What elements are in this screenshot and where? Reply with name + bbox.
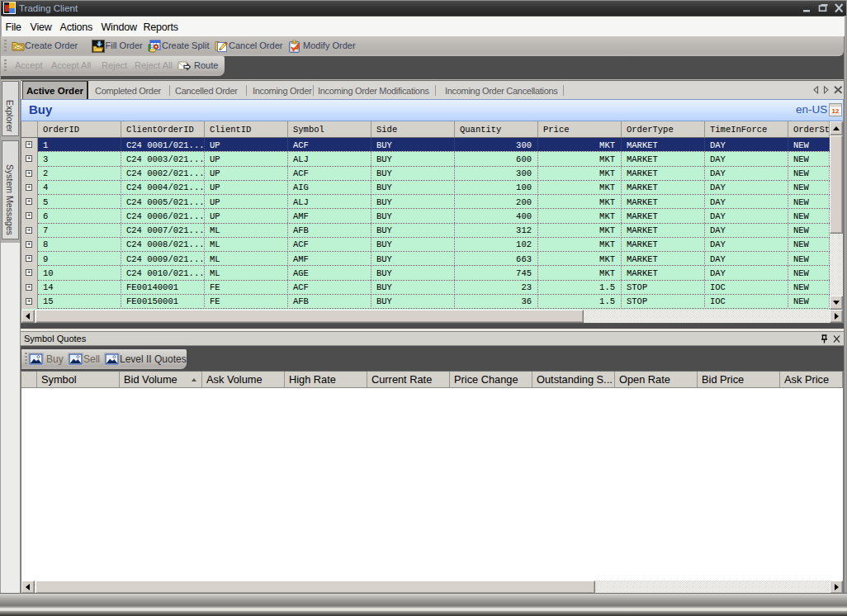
svg-text:12: 12 xyxy=(832,107,840,115)
